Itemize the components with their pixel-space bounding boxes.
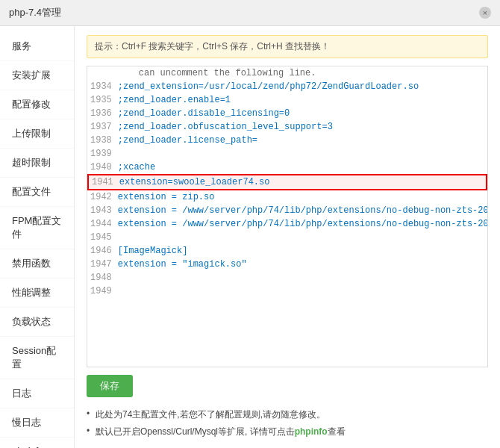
code-line[interactable]: 1941extension=swoole_loader74.so [87,174,487,190]
note-item: 此处为74主配置文件,若您不了解配置规则,请勿随意修改。 [87,406,488,423]
line-number: 1947 [90,258,118,271]
code-line[interactable]: 1949 [87,284,487,298]
line-number: 1937 [90,120,118,134]
window-title: php-7.4管理 [9,6,61,19]
sidebar-item[interactable]: 服务 [0,32,74,61]
sidebar: 服务安装扩展配置修改上传限制超时限制配置文件FPM配置文件禁用函数性能调整负载状… [0,26,75,448]
phpinfo-link[interactable]: phpinfo [295,426,328,437]
line-number: 1941 [92,175,119,189]
line-number: 1949 [90,284,118,298]
line-content: extension = zip.so [118,190,215,204]
code-line[interactable]: 1946[ImageMagick] [87,244,487,258]
sidebar-item[interactable]: phpinfo [0,438,74,448]
sidebar-item[interactable]: 负载状态 [0,308,74,337]
line-content: ;zend_loader.license_path= [118,134,257,147]
code-line[interactable]: 1936;zend_loader.disable_licensing=0 [87,107,487,120]
code-line[interactable]: 1940;xcache [87,161,487,174]
code-line[interactable]: 1939 [87,147,487,161]
title-bar: php-7.4管理 × [0,0,500,26]
code-line[interactable]: 1937;zend_loader.obfuscation_level_suppo… [87,120,487,134]
code-line[interactable]: 1944extension = /www/server/php/74/lib/p… [87,217,487,231]
notes-list: 此处为74主配置文件,若您不了解配置规则,请勿随意修改。默认已开启Openssl… [87,406,488,441]
code-line[interactable]: 1935;zend_loader.enable=1 [87,93,487,107]
line-number: 1944 [90,217,118,231]
close-button[interactable]: × [479,7,491,19]
sidebar-item[interactable]: 配置文件 [0,178,74,207]
sidebar-item[interactable]: Session配置 [0,337,74,379]
sidebar-item[interactable]: 性能调整 [0,279,74,308]
content-area: 提示：Ctrl+F 搜索关键字，Ctrl+S 保存，Ctrl+H 查找替换！ c… [75,26,500,448]
code-line[interactable]: 1948 [87,271,487,284]
main-layout: 服务安装扩展配置修改上传限制超时限制配置文件FPM配置文件禁用函数性能调整负载状… [0,26,500,448]
code-line[interactable]: can uncomment the following line. [87,66,487,80]
line-number: 1936 [90,107,118,120]
sidebar-item[interactable]: 超时限制 [0,149,74,178]
line-number: 1938 [90,134,118,147]
line-content: extension = /www/server/php/74/lib/php/e… [118,204,488,217]
line-number: 1940 [90,161,118,174]
line-number: 1948 [90,271,118,284]
line-content: ;zend_extension=/usr/local/zend/php72/Ze… [118,80,419,93]
code-line[interactable]: 1934;zend_extension=/usr/local/zend/php7… [87,80,487,93]
code-line[interactable]: 1945 [87,231,487,244]
line-content: ;zend_loader.obfuscation_level_support=3 [118,120,333,134]
line-content: extension = /www/server/php/74/lib/php/e… [118,217,488,231]
line-number: 1945 [90,231,118,244]
code-line[interactable]: 1947extension = "imagick.so" [87,258,487,271]
line-content: ;xcache [118,161,155,174]
sidebar-item[interactable]: 慢日志 [0,408,74,438]
code-line[interactable]: 1942extension = zip.so [87,190,487,204]
line-content: [ImageMagick] [118,244,188,258]
code-editor[interactable]: can uncomment the following line.1934;ze… [87,66,488,367]
sidebar-item[interactable]: 禁用函数 [0,249,74,279]
save-button[interactable]: 保存 [87,375,133,397]
hint-bar: 提示：Ctrl+F 搜索关键字，Ctrl+S 保存，Ctrl+H 查找替换！ [87,35,488,58]
line-content: extension = "imagick.so" [118,258,247,271]
sidebar-item[interactable]: 日志 [0,379,74,408]
sidebar-item[interactable]: 安装扩展 [0,61,74,90]
line-content: can uncomment the following line. [117,66,316,80]
line-content: ;zend_loader.disable_licensing=0 [118,107,290,120]
line-number: 1935 [90,93,118,107]
line-number: 1934 [90,80,118,93]
code-line[interactable]: 1938;zend_loader.license_path= [87,134,487,147]
sidebar-item[interactable]: 配置修改 [0,90,74,119]
note-item: 默认已开启Openssl/Curl/Mysql等扩展, 详情可点击phpinfo… [87,423,488,441]
line-content: extension=swoole_loader74.so [119,175,270,189]
code-line[interactable]: 1943extension = /www/server/php/74/lib/p… [87,204,487,217]
line-number: 1939 [90,147,118,161]
line-content: ;zend_loader.enable=1 [118,93,231,107]
line-number: 1946 [90,244,118,258]
sidebar-item[interactable]: FPM配置文件 [0,207,74,249]
line-number: 1942 [90,190,118,204]
sidebar-item[interactable]: 上传限制 [0,119,74,149]
line-number: 1943 [90,204,118,217]
